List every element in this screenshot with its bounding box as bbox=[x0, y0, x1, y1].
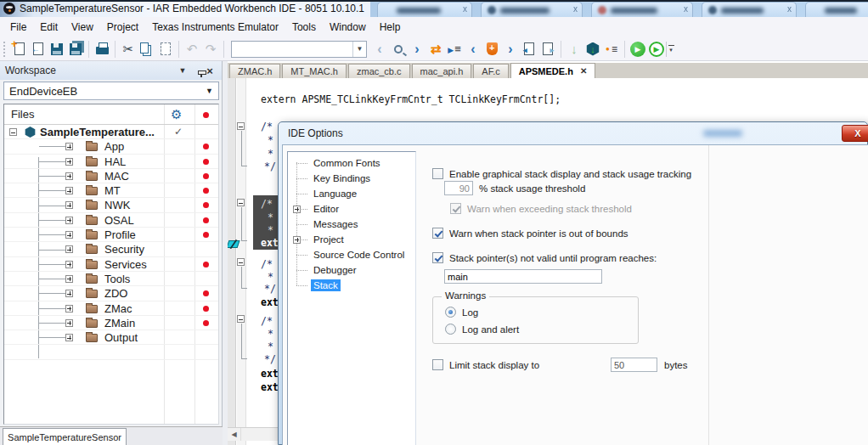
configuration-selector[interactable]: EndDeviceEB ▼ bbox=[3, 82, 219, 100]
scroll-left-icon[interactable]: ◀ bbox=[228, 428, 241, 441]
checkbox-warn-exceeding-threshold[interactable]: Warn when exceeding stack threshold bbox=[450, 203, 632, 214]
toolbar-overflow-icon[interactable]: ▾ bbox=[666, 42, 675, 57]
expand-icon[interactable] bbox=[293, 236, 301, 244]
expand-icon[interactable] bbox=[65, 290, 73, 297]
tab-mt-mac-h[interactable]: MT_MAC.h✕ bbox=[282, 64, 347, 78]
download-icon[interactable]: ↓ bbox=[565, 40, 583, 59]
tab-apsmede-h[interactable]: APSMEDE.h✕ bbox=[510, 63, 596, 78]
expand-icon[interactable] bbox=[65, 319, 73, 327]
category-stack[interactable]: Stack bbox=[288, 278, 415, 293]
tree-item-project-root[interactable]: SampleTemperature... ✓ bbox=[4, 125, 218, 139]
open-header-left-icon[interactable]: ◂ bbox=[520, 40, 538, 59]
category-language[interactable]: Language bbox=[288, 186, 415, 201]
save-all-icon[interactable] bbox=[66, 40, 85, 59]
next-statement-icon[interactable]: ▶ bbox=[445, 40, 464, 59]
search-input[interactable] bbox=[233, 42, 352, 56]
debug-log-icon[interactable]: ≡ bbox=[602, 40, 621, 59]
go-forward-icon[interactable]: › bbox=[501, 40, 520, 59]
program-reaches-input[interactable] bbox=[444, 269, 602, 284]
menu-ti-emulator[interactable]: Texas Instruments Emulator bbox=[145, 19, 285, 36]
dialog-title-bar[interactable]: IDE Options bbox=[279, 122, 867, 144]
tab-af-c[interactable]: AF.c✕ bbox=[473, 64, 508, 78]
checkbox-limit-stack-display[interactable]: Limit stack display to bbox=[432, 359, 539, 370]
category-source-code-control[interactable]: Source Code Control bbox=[288, 247, 415, 262]
checkbox[interactable] bbox=[432, 252, 443, 263]
radio-log[interactable]: Log bbox=[445, 307, 478, 318]
collapse-icon[interactable] bbox=[9, 128, 17, 136]
category-editor[interactable]: Editor bbox=[288, 201, 415, 217]
undo-icon[interactable]: ↶ bbox=[183, 40, 201, 59]
menu-project[interactable]: Project bbox=[100, 19, 145, 36]
expand-icon[interactable] bbox=[65, 275, 73, 283]
expand-icon[interactable] bbox=[65, 305, 73, 313]
expand-icon[interactable] bbox=[65, 231, 73, 239]
menu-window[interactable]: Window bbox=[323, 19, 373, 36]
workspace-bottom-tab[interactable]: SampleTemperatureSensor bbox=[3, 428, 127, 445]
radio-button[interactable] bbox=[445, 324, 456, 335]
tree-item-app[interactable]: App bbox=[4, 139, 218, 154]
debug-without-downloading-icon[interactable]: ▶ bbox=[647, 40, 666, 59]
search-combobox[interactable]: ▼ bbox=[231, 41, 367, 58]
new-document-icon[interactable] bbox=[10, 40, 29, 59]
expand-icon[interactable] bbox=[65, 245, 73, 253]
go-back-icon[interactable]: ‹ bbox=[464, 40, 482, 59]
checkbox-sp-not-valid[interactable]: Stack pointer(s) not valid until program… bbox=[432, 252, 657, 263]
checkbox-warn-out-of-bounds[interactable]: Warn when stack pointer is out of bounds bbox=[432, 228, 628, 239]
radio-log-and-alert[interactable]: Log and alert bbox=[445, 324, 519, 335]
toggle-references-icon[interactable]: ⇄ bbox=[426, 40, 445, 59]
save-icon[interactable] bbox=[48, 40, 66, 59]
tree-item-zmain[interactable]: ZMain bbox=[4, 316, 218, 330]
radio-button[interactable] bbox=[445, 307, 456, 318]
nav-back-icon[interactable]: ‹ bbox=[370, 40, 389, 59]
tab-mac-api-h[interactable]: mac_api.h✕ bbox=[412, 64, 472, 78]
tree-item-zmac[interactable]: ZMac bbox=[4, 301, 218, 316]
category-project[interactable]: Project bbox=[288, 232, 415, 247]
tree-item-mt[interactable]: MT bbox=[4, 183, 218, 198]
expand-icon[interactable] bbox=[65, 143, 73, 150]
tree-item-output[interactable]: Output bbox=[4, 330, 218, 345]
checkbox[interactable] bbox=[432, 168, 443, 179]
expand-icon[interactable] bbox=[65, 187, 73, 194]
print-icon[interactable] bbox=[93, 40, 111, 59]
tree-item-profile[interactable]: Profile bbox=[4, 228, 218, 242]
checkbox[interactable] bbox=[450, 203, 461, 214]
checkbox-enable-graphical-stack[interactable]: Enable graphical stack display and stack… bbox=[432, 168, 691, 179]
find-icon[interactable] bbox=[389, 40, 408, 59]
menu-tools[interactable]: Tools bbox=[285, 19, 323, 36]
copy-icon[interactable] bbox=[138, 40, 156, 59]
make-icon[interactable]: ↓ bbox=[583, 40, 602, 59]
expand-icon[interactable] bbox=[65, 217, 73, 224]
expand-icon[interactable] bbox=[65, 158, 73, 166]
breakpoint-shield-icon[interactable] bbox=[482, 40, 501, 59]
breakpoint-margin[interactable] bbox=[228, 78, 236, 445]
expand-icon[interactable] bbox=[65, 172, 73, 180]
tab-zmac-cb-c[interactable]: zmac_cb.c✕ bbox=[348, 64, 410, 78]
expand-icon[interactable] bbox=[65, 261, 73, 268]
tree-item-nwk[interactable]: NWK bbox=[4, 198, 218, 212]
checkbox[interactable] bbox=[432, 228, 443, 239]
category-debugger[interactable]: Debugger bbox=[288, 262, 415, 278]
fold-collapse-icon[interactable] bbox=[237, 199, 245, 206]
chevron-down-icon[interactable]: ▼ bbox=[352, 42, 366, 57]
menu-view[interactable]: View bbox=[65, 19, 100, 36]
paste-icon[interactable] bbox=[156, 40, 175, 59]
download-and-debug-icon[interactable]: ▶ bbox=[628, 40, 647, 59]
chevron-down-icon[interactable]: ▼ bbox=[176, 66, 189, 75]
open-header-right-icon[interactable]: ▸ bbox=[538, 40, 557, 59]
tree-item-security[interactable]: Security bbox=[4, 242, 218, 256]
tree-item-zdo[interactable]: ZDO bbox=[4, 286, 218, 301]
expand-icon[interactable] bbox=[293, 206, 301, 213]
checkbox[interactable] bbox=[432, 359, 443, 370]
toolbar-grip[interactable] bbox=[3, 42, 7, 57]
close-tab-icon[interactable]: ✕ bbox=[580, 66, 587, 76]
limit-bytes-input[interactable] bbox=[611, 358, 657, 372]
tree-item-tools[interactable]: Tools bbox=[4, 272, 218, 286]
tree-item-hal[interactable]: HAL bbox=[4, 155, 218, 169]
nav-forward-icon[interactable]: › bbox=[408, 40, 426, 59]
category-common-fonts[interactable]: Common Fonts bbox=[288, 155, 415, 171]
category-key-bindings[interactable]: Key Bindings bbox=[288, 171, 415, 186]
redo-icon[interactable]: ↷ bbox=[201, 40, 220, 59]
tab-zmac-h[interactable]: ZMAC.h✕ bbox=[229, 64, 280, 78]
tree-item-osal[interactable]: OSAL bbox=[4, 213, 218, 228]
tree-item-services[interactable]: Services bbox=[4, 257, 218, 272]
